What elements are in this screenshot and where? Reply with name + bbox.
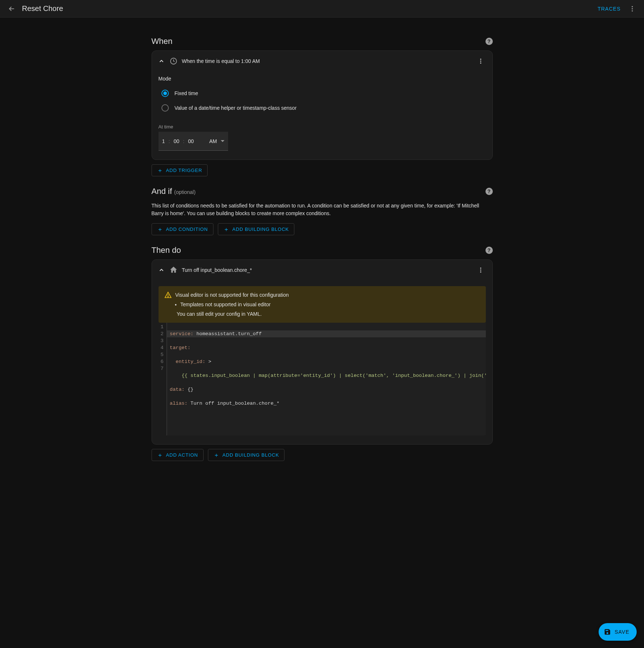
svg-point-8 [480, 270, 481, 271]
time-ampm[interactable]: AM [209, 138, 217, 144]
andif-section-header: And if (optional) ? [152, 187, 493, 196]
trigger-title: When the time is equal to 1:00 AM [182, 58, 470, 64]
svg-point-0 [632, 6, 633, 7]
time-minute[interactable]: 00 [174, 138, 179, 144]
add-building-block-button-2[interactable]: ＋ ADD BUILDING BLOCK [208, 449, 284, 461]
mode-label: Mode [159, 76, 486, 82]
svg-point-6 [480, 63, 481, 64]
warning-still: You can still edit your config in YAML. [177, 311, 480, 317]
andif-heading: And if [152, 187, 172, 196]
add-trigger-button[interactable]: ＋ ADD TRIGGER [152, 164, 208, 176]
andif-help-icon[interactable]: ? [485, 188, 493, 195]
clock-icon [170, 57, 178, 65]
chevron-down-icon[interactable] [221, 140, 224, 142]
svg-point-10 [168, 296, 168, 297]
mode-fixed-row[interactable]: Fixed time [159, 86, 486, 101]
radio-fixed-label: Fixed time [175, 90, 198, 96]
time-second[interactable]: 00 [188, 138, 194, 144]
action-overflow-menu[interactable] [475, 264, 487, 276]
header-overflow-menu[interactable] [625, 1, 640, 16]
add-condition-button[interactable]: ＋ ADD CONDITION [152, 223, 213, 235]
radio-fixed-time[interactable] [161, 90, 169, 97]
svg-point-5 [480, 61, 481, 62]
code-content[interactable]: service: homeassistant.turn_off target: … [167, 323, 486, 435]
svg-point-2 [632, 10, 633, 11]
chevron-up-icon[interactable] [158, 57, 165, 65]
andif-description: This list of conditions needs to be sati… [152, 202, 493, 217]
then-help-icon[interactable]: ? [485, 247, 493, 254]
page-title: Reset Chore [22, 4, 593, 13]
warning-icon [164, 291, 172, 299]
then-section-header: Then do ? [152, 246, 493, 255]
radio-helper-label: Value of a date/time helper or timestamp… [175, 105, 297, 111]
when-section-header: When ? [152, 37, 493, 46]
traces-button[interactable]: TRACES [593, 3, 625, 15]
line-gutter: 1234567 [159, 323, 167, 435]
then-heading: Then do [152, 246, 485, 255]
back-button[interactable] [4, 1, 19, 16]
optional-label: (optional) [174, 189, 196, 195]
svg-point-7 [480, 267, 481, 269]
add-action-button[interactable]: ＋ ADD ACTION [152, 449, 204, 461]
at-time-label: At time [159, 124, 486, 130]
action-card: Turn off input_boolean.chore_* Visual ed… [152, 259, 493, 445]
warning-title: Visual editor is not supported for this … [175, 292, 289, 298]
home-assistant-icon [170, 266, 178, 274]
time-hour[interactable]: 1 [162, 138, 165, 144]
svg-point-9 [480, 271, 481, 273]
yaml-editor[interactable]: 1234567 service: homeassistant.turn_off … [159, 323, 486, 435]
chevron-up-icon[interactable] [158, 266, 165, 274]
trigger-card: When the time is equal to 1:00 AM Mode F… [152, 50, 493, 160]
svg-point-1 [632, 8, 633, 9]
topbar: Reset Chore TRACES [0, 0, 644, 18]
when-heading: When [152, 37, 485, 46]
add-building-block-button[interactable]: ＋ ADD BUILDING BLOCK [218, 223, 294, 235]
time-picker[interactable]: 1 : 00 : 00 AM [159, 132, 228, 151]
action-title: Turn off input_boolean.chore_* [182, 267, 470, 273]
warning-bullet: Templates not supported in visual editor [180, 301, 480, 307]
radio-helper[interactable] [161, 104, 169, 112]
when-help-icon[interactable]: ? [485, 38, 493, 45]
mode-helper-row[interactable]: Value of a date/time helper or timestamp… [159, 101, 486, 115]
warning-box: Visual editor is not supported for this … [159, 286, 486, 323]
trigger-overflow-menu[interactable] [475, 55, 487, 67]
svg-point-4 [480, 59, 481, 60]
